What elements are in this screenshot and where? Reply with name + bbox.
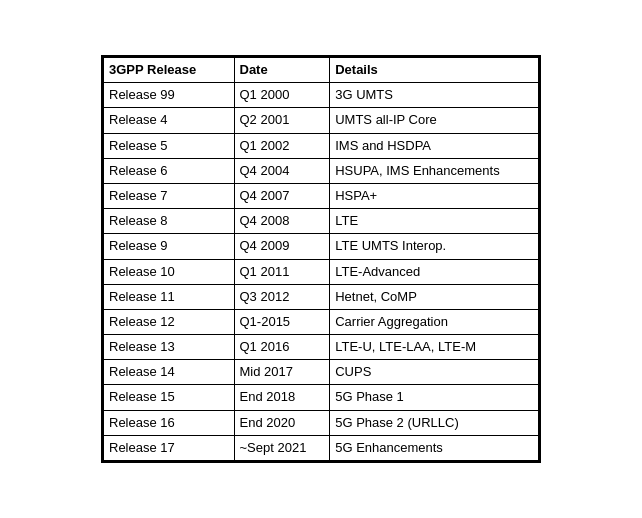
table-row: Release 15End 20185G Phase 1 (104, 385, 539, 410)
cell-date: End 2020 (234, 410, 330, 435)
3gpp-release-table: 3GPP Release Date Details Release 99Q1 2… (103, 57, 539, 461)
cell-release: Release 15 (104, 385, 235, 410)
cell-details: LTE (330, 209, 539, 234)
cell-details: Carrier Aggregation (330, 309, 539, 334)
table-row: Release 9Q4 2009LTE UMTS Interop. (104, 234, 539, 259)
table-header-row: 3GPP Release Date Details (104, 58, 539, 83)
cell-details: HSUPA, IMS Enhancements (330, 158, 539, 183)
cell-date: Q4 2007 (234, 183, 330, 208)
cell-release: Release 10 (104, 259, 235, 284)
cell-release: Release 5 (104, 133, 235, 158)
table-row: Release 5Q1 2002IMS and HSDPA (104, 133, 539, 158)
header-release: 3GPP Release (104, 58, 235, 83)
table-row: Release 7Q4 2007HSPA+ (104, 183, 539, 208)
cell-details: 5G Phase 1 (330, 385, 539, 410)
cell-date: Q1 2011 (234, 259, 330, 284)
cell-release: Release 99 (104, 83, 235, 108)
cell-details: LTE-U, LTE-LAA, LTE-M (330, 335, 539, 360)
cell-release: Release 16 (104, 410, 235, 435)
cell-details: 3G UMTS (330, 83, 539, 108)
header-details: Details (330, 58, 539, 83)
cell-details: LTE-Advanced (330, 259, 539, 284)
table-row: Release 6Q4 2004HSUPA, IMS Enhancements (104, 158, 539, 183)
cell-date: Mid 2017 (234, 360, 330, 385)
cell-details: HSPA+ (330, 183, 539, 208)
cell-date: Q1 2002 (234, 133, 330, 158)
table-row: Release 13Q1 2016LTE-U, LTE-LAA, LTE-M (104, 335, 539, 360)
cell-details: 5G Enhancements (330, 435, 539, 460)
cell-date: Q1 2000 (234, 83, 330, 108)
cell-date: Q4 2008 (234, 209, 330, 234)
table-row: Release 17~Sept 20215G Enhancements (104, 435, 539, 460)
table-row: Release 10Q1 2011LTE-Advanced (104, 259, 539, 284)
cell-release: Release 12 (104, 309, 235, 334)
table-row: Release 8Q4 2008LTE (104, 209, 539, 234)
cell-release: Release 14 (104, 360, 235, 385)
cell-date: Q4 2009 (234, 234, 330, 259)
cell-release: Release 6 (104, 158, 235, 183)
table-row: Release 4Q2 2001UMTS all-IP Core (104, 108, 539, 133)
cell-details: CUPS (330, 360, 539, 385)
table-row: Release 16End 20205G Phase 2 (URLLC) (104, 410, 539, 435)
cell-release: Release 17 (104, 435, 235, 460)
table-row: Release 12Q1-2015Carrier Aggregation (104, 309, 539, 334)
cell-release: Release 9 (104, 234, 235, 259)
cell-date: Q1-2015 (234, 309, 330, 334)
cell-release: Release 13 (104, 335, 235, 360)
cell-release: Release 7 (104, 183, 235, 208)
cell-release: Release 4 (104, 108, 235, 133)
main-table-container: 3GPP Release Date Details Release 99Q1 2… (101, 55, 541, 463)
cell-details: LTE UMTS Interop. (330, 234, 539, 259)
table-row: Release 99Q1 20003G UMTS (104, 83, 539, 108)
cell-details: IMS and HSDPA (330, 133, 539, 158)
cell-release: Release 11 (104, 284, 235, 309)
table-row: Release 14Mid 2017CUPS (104, 360, 539, 385)
cell-date: Q1 2016 (234, 335, 330, 360)
header-date: Date (234, 58, 330, 83)
cell-date: Q3 2012 (234, 284, 330, 309)
cell-details: Hetnet, CoMP (330, 284, 539, 309)
cell-date: End 2018 (234, 385, 330, 410)
cell-details: UMTS all-IP Core (330, 108, 539, 133)
cell-date: ~Sept 2021 (234, 435, 330, 460)
cell-date: Q4 2004 (234, 158, 330, 183)
cell-release: Release 8 (104, 209, 235, 234)
cell-details: 5G Phase 2 (URLLC) (330, 410, 539, 435)
cell-date: Q2 2001 (234, 108, 330, 133)
table-row: Release 11Q3 2012Hetnet, CoMP (104, 284, 539, 309)
